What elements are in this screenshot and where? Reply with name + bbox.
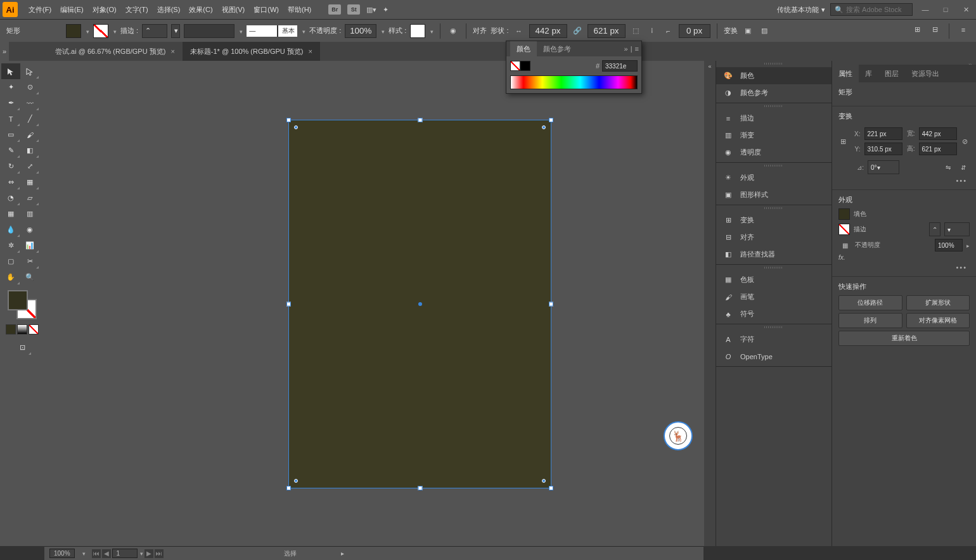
flip-v-icon[interactable]: ⇵ [957, 161, 970, 174]
stock-icon[interactable]: St [347, 4, 360, 15]
fill-stroke-swatches[interactable] [6, 289, 38, 321]
eyedropper-tool[interactable]: 💧 [1, 222, 20, 238]
magic-wand-tool[interactable]: ✦ [1, 79, 20, 95]
props-stroke-swatch[interactable] [838, 224, 850, 235]
recolor-icon[interactable]: ◉ [447, 25, 459, 37]
color-spectrum[interactable] [510, 75, 638, 89]
artboard-tool[interactable]: ▢ [1, 253, 20, 269]
offset-path-button[interactable]: 位移路径 [838, 295, 902, 310]
direct-selection-tool[interactable] [20, 63, 39, 79]
props-tab-properties[interactable]: 属性 [832, 65, 859, 82]
props-stroke-weight[interactable]: ⌃ [929, 222, 941, 236]
line-tool[interactable]: ╱ [20, 111, 39, 127]
props-tab-layers[interactable]: 图层 [878, 65, 905, 82]
style-swatch[interactable] [410, 24, 425, 38]
status-more-icon[interactable]: ▸ [341, 550, 344, 557]
doc-tab-2[interactable]: 未标题-1* @ 100% (RGB/GPU 预览) × [183, 42, 320, 61]
free-transform-tool[interactable]: ▦ [20, 174, 39, 190]
blend-tool[interactable]: ◉ [20, 222, 39, 238]
window-minimize[interactable]: — [918, 4, 933, 15]
align-pixel-button[interactable]: 对齐像素网格 [906, 313, 970, 328]
menu-effect[interactable]: 效果(C) [184, 5, 217, 15]
corner-type-icon[interactable]: ⬚ [629, 25, 642, 37]
scale-tool[interactable]: ⤢ [20, 158, 39, 174]
canvas-area[interactable] [44, 61, 704, 546]
panel-brushes[interactable]: 🖌画笔 [716, 288, 832, 305]
selection-tool[interactable] [1, 63, 20, 79]
eraser-tool[interactable]: ◧ [20, 143, 39, 158]
stroke-swatch[interactable] [93, 24, 108, 38]
panel-menu-icon[interactable]: ≡ [957, 23, 970, 36]
props-fill-swatch[interactable] [838, 208, 850, 220]
dock-collapse-strip[interactable]: « [704, 61, 716, 546]
panel-transform[interactable]: ⊞变换 [716, 212, 832, 229]
panel-opentype[interactable]: OOpenType [716, 348, 832, 365]
corner-link-icon[interactable]: ⁞ [646, 25, 658, 37]
gpu-icon[interactable]: ✦ [383, 6, 388, 14]
fill-swatch[interactable] [66, 24, 81, 38]
shape-label[interactable]: 形状 : [491, 26, 508, 35]
panel-align[interactable]: ⊟对齐 [716, 229, 832, 246]
menu-object[interactable]: 对象(O) [88, 5, 121, 15]
pen-tool[interactable]: ✒ [1, 95, 20, 111]
shaper-tool[interactable]: ✎ [1, 143, 20, 158]
gradient-mode-btn[interactable] [17, 324, 27, 334]
stroke-weight-input[interactable]: ⌃ [142, 24, 167, 38]
mask-icon[interactable]: ▨ [758, 25, 771, 37]
first-artboard-btn[interactable]: ⏮ [92, 549, 101, 558]
menu-edit[interactable]: 编辑(E) [56, 5, 88, 15]
corner-input[interactable] [679, 24, 710, 38]
menu-window[interactable]: 窗口(W) [249, 5, 283, 15]
expand-toolbar-icon[interactable]: » [0, 42, 9, 61]
selected-rectangle[interactable] [288, 120, 551, 488]
props-tab-libraries[interactable]: 库 [859, 65, 878, 82]
color-panel-collapse-icon[interactable]: » [624, 45, 628, 53]
shape-builder-tool[interactable]: ◔ [1, 190, 20, 206]
color-panel-menu-icon[interactable]: ≡ [635, 45, 639, 53]
transform-label[interactable]: 变换 [724, 26, 738, 35]
bridge-icon[interactable]: Br [328, 4, 341, 15]
curvature-tool[interactable]: 〰 [20, 95, 39, 111]
perspective-tool[interactable]: ▱ [20, 190, 39, 206]
window-close[interactable]: ✕ [958, 4, 973, 15]
expand-shape-button[interactable]: 扩展形状 [906, 295, 970, 310]
zoom-level[interactable]: 100% [49, 549, 75, 558]
width-input[interactable] [529, 24, 567, 38]
width-tool[interactable]: ⇔ [1, 174, 20, 190]
props-opacity-input[interactable] [935, 239, 963, 251]
appearance-more-icon[interactable]: ••• [838, 264, 970, 271]
paintbrush-tool[interactable]: 🖌 [20, 127, 39, 143]
transform-more-icon[interactable]: ••• [838, 177, 970, 184]
prev-artboard-btn[interactable]: ◀ [102, 549, 111, 558]
cp-fill-swatch[interactable] [520, 61, 530, 71]
workspace-switcher[interactable]: 传统基本功能▾ [777, 5, 825, 15]
mesh-tool[interactable]: ▦ [1, 206, 20, 222]
next-artboard-btn[interactable]: ▶ [144, 549, 153, 558]
props-h-input[interactable] [919, 143, 957, 155]
menu-select[interactable]: 选择(S) [153, 5, 185, 15]
brush-select[interactable] [184, 24, 234, 38]
flip-h-icon[interactable]: ⇋ [942, 161, 954, 174]
align-label[interactable]: 对齐 [473, 26, 487, 35]
color-guide-tab[interactable]: 颜色参考 [537, 41, 577, 56]
stroke-vp-select[interactable]: ▾ [171, 24, 180, 38]
align-pixel-icon[interactable]: ⊞ [911, 23, 923, 36]
rectangle-tool[interactable]: ▭ [1, 127, 20, 143]
props-angle-input[interactable]: 0° ▾ [868, 160, 899, 174]
isolate-icon[interactable]: ▣ [742, 25, 754, 37]
panel-swatches[interactable]: ▦色板 [716, 271, 832, 288]
doc-tab-1[interactable]: 尝试.ai @ 66.67% (RGB/GPU 预览) × [48, 42, 183, 61]
lasso-tool[interactable]: ⊙ [20, 79, 39, 95]
arrange-button[interactable]: 排列 [838, 313, 902, 328]
arrange-docs-icon[interactable]: ▥▾ [366, 6, 376, 14]
panel-transparency[interactable]: ◉透明度 [716, 144, 832, 161]
last-artboard-btn[interactable]: ⏭ [155, 549, 164, 558]
constrain-wh-icon[interactable]: ⊘ [961, 135, 970, 148]
color-tab[interactable]: 颜色 [510, 41, 537, 56]
props-tab-asset-export[interactable]: 资源导出 [905, 65, 946, 82]
props-y-input[interactable] [864, 143, 902, 155]
doc-tab-1-close[interactable]: × [170, 48, 174, 55]
panel-stroke[interactable]: ≡描边 [716, 110, 832, 127]
panel-character[interactable]: A字符 [716, 331, 832, 348]
panel-appearance[interactable]: ☀外观 [716, 169, 832, 186]
